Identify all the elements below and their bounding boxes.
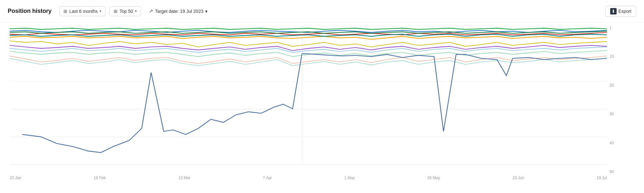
top50-label: Top 50 <box>120 9 133 14</box>
target-date-label: Target date: 19 Jul 2023 <box>155 9 203 14</box>
y-label-40: 40 <box>610 141 625 145</box>
last6months-label: Last 6 months <box>69 9 98 14</box>
target-date-button[interactable]: ↗ Target date: 19 Jul 2023 ▾ <box>145 6 211 16</box>
y-label-1: 1 <box>610 26 625 30</box>
x-label-jun: 23 Jun <box>513 176 524 180</box>
x-label-jan: 23 Jan <box>10 176 21 180</box>
export-label: Export <box>619 9 631 14</box>
toolbar: Position history ⊞ Last 6 months ▾ ⊞ Top… <box>0 0 644 23</box>
top50-button[interactable]: ⊞ Top 50 ▾ <box>110 6 141 16</box>
x-label-jul: 19 Jul <box>597 176 607 180</box>
y-label-50: 50 <box>610 170 625 174</box>
table-icon: ⊞ <box>114 9 118 14</box>
y-label-10: 10 <box>610 54 625 58</box>
x-label-may1: 1 May <box>344 176 355 180</box>
x-label-may26: 26 May <box>428 176 440 180</box>
trend-icon: ↗ <box>149 8 153 14</box>
calendar-icon: ⊞ <box>63 9 67 14</box>
chart-inner: 1 10 20 30 40 50 23 Jan 16 Feb 13 Mar 7 … <box>10 26 625 180</box>
chevron-down-icon: ▾ <box>100 9 101 13</box>
y-label-20: 20 <box>610 83 625 87</box>
chevron-down-icon-3: ▾ <box>205 9 207 14</box>
position-history-chart <box>10 26 607 174</box>
page-container: Position history ⊞ Last 6 months ▾ ⊞ Top… <box>0 0 644 193</box>
x-label-apr: 7 Apr <box>263 176 272 180</box>
x-axis-labels: 23 Jan 16 Feb 13 Mar 7 Apr 1 May 26 May … <box>10 174 607 180</box>
y-axis-labels: 1 10 20 30 40 50 <box>607 26 625 180</box>
chart-area: 1 10 20 30 40 50 23 Jan 16 Feb 13 Mar 7 … <box>0 23 644 193</box>
x-label-feb: 16 Feb <box>94 176 106 180</box>
export-button[interactable]: ⬇ Export <box>605 6 636 17</box>
y-label-30: 30 <box>610 112 625 116</box>
x-label-mar: 13 Mar <box>178 176 190 180</box>
last6months-button[interactable]: ⊞ Last 6 months ▾ <box>59 6 106 16</box>
page-title: Position history <box>8 8 52 14</box>
chevron-down-icon-2: ▾ <box>135 9 137 13</box>
export-icon: ⬇ <box>610 8 617 14</box>
